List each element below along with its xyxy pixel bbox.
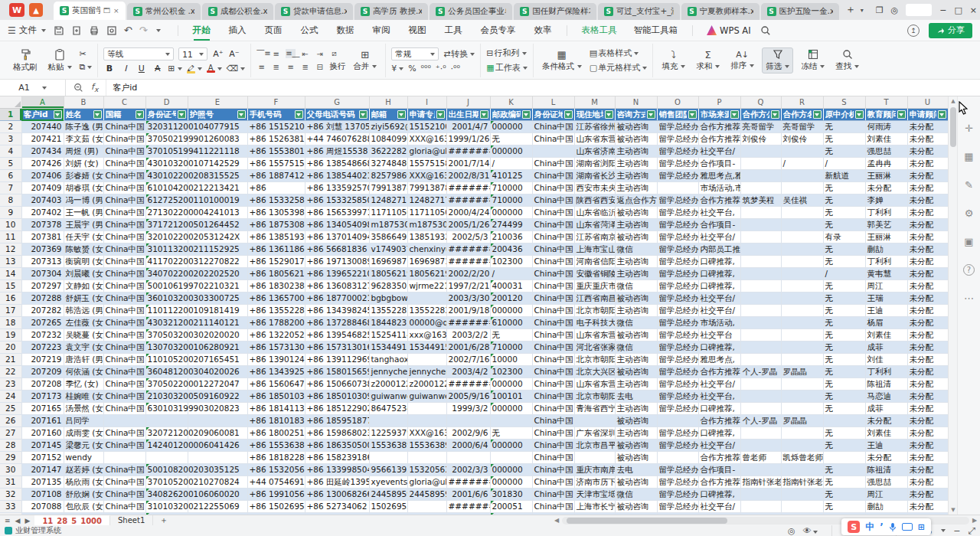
cell[interactable]: 微信 bbox=[615, 243, 657, 256]
row-number[interactable]: 24 bbox=[0, 391, 21, 403]
cell[interactable]: 207208 bbox=[21, 378, 64, 391]
filter-dropdown-icon[interactable] bbox=[359, 110, 368, 119]
cell[interactable]: 留学总经办 bbox=[657, 476, 698, 489]
cell[interactable] bbox=[740, 243, 781, 256]
filter-dropdown-icon[interactable] bbox=[178, 110, 186, 119]
cell[interactable]: 冯一博 (男 bbox=[64, 194, 103, 207]
cell[interactable]: tanghaoxu bbox=[369, 354, 407, 366]
row-number[interactable]: 28 bbox=[0, 440, 21, 452]
cell[interactable]: 有录 bbox=[823, 231, 865, 243]
cell[interactable]: +86 52734062 bbox=[305, 501, 369, 513]
tab-公式[interactable]: 公式 bbox=[292, 22, 327, 38]
cell[interactable] bbox=[740, 182, 781, 194]
column-header-L[interactable]: L bbox=[532, 96, 574, 109]
cell[interactable]: China中国 bbox=[103, 354, 145, 366]
cell[interactable]: XXX@163.( bbox=[407, 427, 446, 440]
cell[interactable]: 微信 bbox=[615, 489, 657, 501]
cell[interactable]: 留学总经办 bbox=[657, 158, 698, 170]
cell[interactable]: 180562199 bbox=[369, 268, 407, 280]
cell[interactable]: 无 bbox=[823, 305, 865, 317]
column-header-A[interactable]: A bbox=[21, 96, 64, 109]
cell[interactable]: 江西省南昌 bbox=[574, 293, 615, 305]
cell[interactable]: +86 1396522100 bbox=[305, 268, 369, 280]
cell[interactable]: 207108 bbox=[21, 489, 64, 501]
cell[interactable]: 340826200106060020 bbox=[145, 489, 188, 501]
cell[interactable]: China中国 bbox=[103, 317, 145, 329]
cell[interactable]: / bbox=[781, 158, 823, 170]
cell[interactable]: 155751588 bbox=[407, 158, 446, 170]
cell[interactable]: 117110505 bbox=[369, 207, 407, 219]
cell[interactable]: 雅思考点, bbox=[698, 354, 740, 366]
row-number[interactable]: 7 bbox=[0, 182, 21, 194]
cell[interactable]: m1875308 bbox=[407, 219, 446, 231]
cell[interactable]: 合作方推荐 bbox=[698, 133, 740, 145]
cell[interactable]: 未分配 bbox=[907, 280, 948, 293]
cell[interactable]: 799138782 bbox=[407, 182, 446, 194]
cell[interactable]: 主动咨询 bbox=[615, 268, 657, 280]
cell[interactable]: +86 1506607386 bbox=[305, 378, 369, 391]
cell[interactable] bbox=[781, 243, 823, 256]
cell[interactable]: 207209 bbox=[21, 366, 64, 378]
cell[interactable]: 丁利利 bbox=[865, 366, 907, 378]
document-tab[interactable]: S公务员国企事业单位 bbox=[430, 3, 512, 20]
cell[interactable]: 153449155 bbox=[407, 342, 446, 354]
cell[interactable]: 被动咨询 bbox=[615, 329, 657, 342]
cell[interactable]: 2001/6/6 bbox=[446, 489, 490, 501]
assistant-icon[interactable]: ▲ bbox=[29, 3, 43, 17]
cell[interactable]: 无 bbox=[823, 293, 865, 305]
wrap-text-button[interactable]: 换行 bbox=[329, 61, 345, 72]
cell[interactable]: 留学总经办 bbox=[657, 268, 698, 280]
cell[interactable]: 无 bbox=[823, 501, 865, 513]
cell[interactable]: 301830 bbox=[490, 489, 532, 501]
cell[interactable] bbox=[103, 415, 145, 427]
cell[interactable]: China中国 bbox=[532, 476, 574, 489]
cell[interactable]: 王一帆 (男 bbox=[64, 207, 103, 219]
cell[interactable]: 654101200007050581 bbox=[145, 513, 188, 515]
cell[interactable]: China中国 bbox=[532, 158, 574, 170]
row-number[interactable]: 17 bbox=[0, 305, 21, 317]
cell[interactable]: 无 bbox=[490, 427, 532, 440]
column-header-N[interactable]: N bbox=[615, 96, 657, 109]
conditional-format-button[interactable]: ▦ 条件格式 bbox=[539, 49, 585, 73]
cell[interactable]: 留学总经办 bbox=[657, 207, 698, 219]
cell[interactable]: 138519326 bbox=[407, 231, 446, 243]
row-number[interactable]: 18 bbox=[0, 317, 21, 329]
cell[interactable]: 358664913 bbox=[369, 231, 407, 243]
input-punct-icon[interactable]: ’ bbox=[880, 521, 884, 532]
cell[interactable]: bgbgbow@ bbox=[369, 293, 407, 305]
cell[interactable]: China中国 bbox=[532, 280, 574, 293]
cell[interactable]: 李婵 bbox=[865, 194, 907, 207]
cell[interactable] bbox=[781, 182, 823, 194]
cell[interactable]: 衡琬明 (女 bbox=[64, 256, 103, 268]
cell[interactable]: ######## bbox=[446, 378, 490, 391]
cell[interactable]: 630103199903020823 bbox=[145, 403, 188, 415]
cell[interactable]: +86 15575158 bbox=[247, 158, 305, 170]
cell[interactable]: 北京市朝阳 bbox=[574, 305, 615, 317]
cell[interactable]: 无 bbox=[823, 489, 865, 501]
macro-record-icon[interactable]: ◎ bbox=[788, 526, 795, 536]
cell[interactable]: 市场活动, bbox=[698, 317, 740, 329]
header-cell-C[interactable]: 国籍 bbox=[103, 109, 145, 121]
fill-button[interactable]: ⤵ 填充 bbox=[658, 49, 688, 73]
cell[interactable] bbox=[781, 440, 823, 452]
cell[interactable] bbox=[781, 231, 823, 243]
cell[interactable]: ######## bbox=[446, 145, 490, 158]
globe-icon[interactable]: ◎ bbox=[891, 5, 899, 15]
row-number[interactable]: 3 bbox=[0, 133, 21, 145]
cell[interactable]: +86 1851229020 bbox=[305, 403, 369, 415]
cell[interactable]: 未分配 bbox=[907, 243, 948, 256]
cell[interactable]: +86 15320563 bbox=[247, 464, 305, 476]
cell[interactable]: 未分配 bbox=[907, 145, 948, 158]
cell[interactable] bbox=[740, 317, 781, 329]
cell[interactable]: 000000 bbox=[490, 207, 532, 219]
cell[interactable]: 122593794 bbox=[369, 427, 407, 440]
cell[interactable]: 2001/9/18 bbox=[446, 305, 490, 317]
borders-button[interactable]: ⊞ bbox=[168, 64, 181, 74]
cell[interactable]: 000000 bbox=[490, 305, 532, 317]
cell[interactable]: 舒妍玉 (女 bbox=[64, 293, 103, 305]
cell[interactable]: 北京大兴区 bbox=[574, 366, 615, 378]
cell[interactable]: 未分配 bbox=[907, 231, 948, 243]
cell[interactable]: 2001/4/7 bbox=[446, 121, 490, 133]
cell[interactable]: 重庆市南岸 bbox=[574, 464, 615, 476]
cell[interactable]: 327484864 bbox=[369, 158, 407, 170]
